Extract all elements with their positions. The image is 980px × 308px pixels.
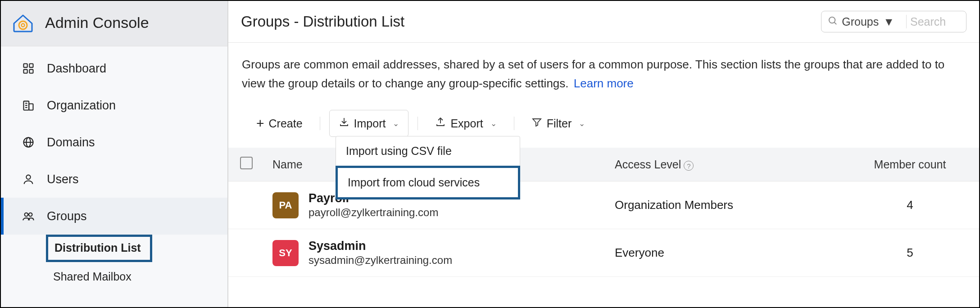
create-button[interactable]: + Create	[248, 112, 311, 135]
create-label: Create	[269, 117, 303, 130]
divider	[320, 117, 320, 130]
sidebar-item-domains[interactable]: Domains	[1, 124, 227, 161]
sidebar-item-label: Domains	[47, 136, 95, 149]
sidebar-item-users[interactable]: Users	[1, 161, 227, 198]
group-avatar: PA	[272, 192, 299, 218]
sidebar-item-label: Users	[47, 172, 79, 186]
filter-label: Filter	[547, 117, 572, 130]
sidebar-subitem-distribution-list[interactable]: Distribution List	[46, 235, 152, 262]
chevron-down-icon: ⌄	[393, 119, 399, 128]
search-icon	[828, 16, 838, 28]
search-box[interactable]: Groups ▼	[821, 11, 966, 32]
app-logo-icon	[11, 12, 35, 33]
chevron-down-icon: ⌄	[579, 119, 585, 128]
users-icon	[20, 171, 37, 188]
page-title: Groups - Distribution List	[241, 13, 821, 30]
export-button[interactable]: Export ⌄	[427, 112, 504, 135]
export-label: Export	[450, 117, 483, 130]
import-icon	[339, 117, 349, 130]
search-scope-selector[interactable]: Groups ▼	[842, 15, 903, 28]
dropdown-item-import-cloud[interactable]: Import from cloud services	[336, 166, 520, 199]
sidebar-item-organization[interactable]: Organization	[1, 87, 227, 124]
learn-more-link[interactable]: Learn more	[574, 77, 634, 90]
intro-text-block: Groups are common email addresses, share…	[228, 43, 979, 95]
import-dropdown: Import using CSV file Import from cloud …	[336, 136, 520, 199]
svg-rect-5	[29, 69, 33, 73]
svg-rect-3	[29, 64, 33, 68]
import-label: Import	[354, 117, 386, 130]
nav-list: Dashboard Organization Domains Users	[1, 46, 227, 235]
dropdown-item-import-csv[interactable]: Import using CSV file	[336, 136, 520, 166]
group-email: payroll@zylkertraining.com	[309, 206, 438, 219]
svg-point-14	[26, 175, 30, 179]
export-icon	[435, 117, 446, 130]
chevron-down-icon: ⌄	[490, 119, 497, 128]
group-name: Sysadmin	[309, 239, 452, 253]
dropdown-item-label: Import from cloud services	[348, 176, 480, 189]
svg-rect-7	[29, 104, 33, 110]
svg-point-17	[829, 17, 835, 23]
dropdown-item-label: Import using CSV file	[346, 145, 452, 157]
svg-rect-4	[24, 69, 27, 73]
organization-icon	[20, 97, 37, 114]
search-input[interactable]	[910, 15, 960, 28]
member-count: 5	[907, 246, 913, 259]
svg-rect-2	[24, 64, 27, 68]
sidebar-subitem-label: Shared Mailbox	[53, 270, 132, 283]
filter-button[interactable]: Filter ⌄	[523, 112, 594, 135]
sidebar: Admin Console Dashboard Organization Dom…	[1, 1, 228, 307]
dashboard-icon	[20, 60, 37, 77]
group-email: sysadmin@zylkertraining.com	[309, 254, 452, 267]
import-button[interactable]: Import ⌄	[329, 110, 409, 137]
select-all-header[interactable]	[228, 148, 264, 181]
svg-point-15	[25, 213, 28, 216]
table-row[interactable]: SY Sysadmin sysadmin@zylkertraining.com …	[228, 229, 979, 277]
main-header: Groups - Distribution List Groups ▼	[228, 1, 979, 43]
divider	[514, 117, 514, 130]
sidebar-item-groups[interactable]: Groups	[1, 198, 227, 235]
plus-icon: +	[256, 117, 264, 130]
nav-sub-list: Distribution List Shared Mailbox	[1, 235, 227, 290]
main-content: Groups - Distribution List Groups ▼ Grou…	[228, 1, 979, 307]
col-access: Access Level	[615, 158, 681, 171]
col-name: Name	[272, 158, 303, 171]
sidebar-item-label: Organization	[47, 99, 116, 113]
groups-icon	[20, 208, 37, 225]
filter-icon	[531, 117, 542, 130]
access-level: Everyone	[615, 246, 664, 259]
sidebar-item-label: Groups	[47, 209, 87, 223]
divider	[906, 15, 907, 28]
search-scope-label: Groups	[842, 15, 879, 28]
sidebar-header: Admin Console	[1, 1, 227, 46]
sidebar-subitem-label: Distribution List	[54, 241, 141, 254]
sidebar-item-dashboard[interactable]: Dashboard	[1, 50, 227, 87]
domains-icon	[20, 134, 37, 151]
group-avatar: SY	[272, 240, 299, 266]
caret-down-icon: ▼	[883, 15, 894, 28]
col-count: Member count	[874, 158, 946, 171]
app-title: Admin Console	[45, 14, 149, 32]
sidebar-item-label: Dashboard	[47, 62, 106, 76]
member-count: 4	[907, 198, 913, 212]
help-icon[interactable]: ?	[684, 161, 694, 171]
svg-point-0	[19, 21, 27, 29]
sidebar-subitem-shared-mailbox[interactable]: Shared Mailbox	[50, 264, 132, 290]
toolbar: + Create Import ⌄ Export ⌄	[228, 95, 979, 148]
svg-point-16	[29, 213, 32, 216]
divider	[417, 117, 418, 130]
svg-point-1	[22, 24, 25, 27]
access-level: Organization Members	[615, 198, 733, 212]
checkbox-icon[interactable]	[240, 157, 253, 169]
svg-line-18	[835, 22, 837, 24]
